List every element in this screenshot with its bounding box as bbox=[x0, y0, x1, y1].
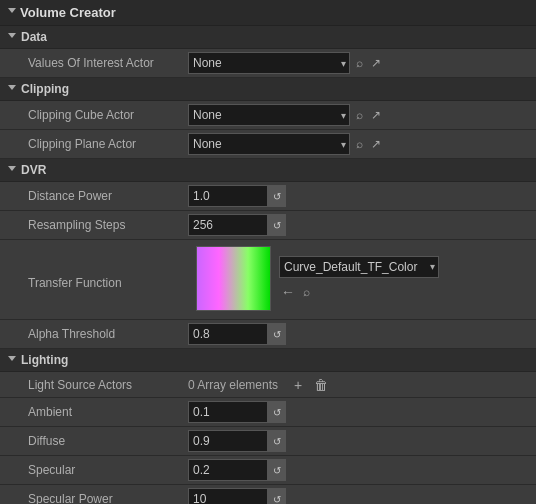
section-dvr-label: DVR bbox=[21, 163, 46, 177]
resampling-steps-reset-btn[interactable]: ↺ bbox=[268, 214, 286, 236]
row-light-source-actors: Light Source Actors 0 Array elements + 🗑 bbox=[0, 372, 536, 398]
resampling-steps-input-group: ↺ bbox=[188, 214, 286, 236]
specular-input-group: ↺ bbox=[188, 459, 286, 481]
values-of-interest-dropdown-wrapper: None ▾ bbox=[188, 52, 350, 74]
transfer-function-label: Transfer Function bbox=[28, 246, 188, 290]
clipping-cube-dropdown[interactable]: None bbox=[188, 104, 350, 126]
alpha-threshold-content: ↺ bbox=[188, 323, 528, 345]
row-resampling-steps: Resampling Steps ↺ bbox=[0, 211, 536, 240]
clipping-plane-content: None ▾ ⌕ ↗ bbox=[188, 133, 528, 155]
section-data-triangle bbox=[8, 33, 16, 42]
section-dvr-triangle bbox=[8, 166, 16, 175]
specular-power-reset-btn[interactable]: ↺ bbox=[268, 488, 286, 504]
clipping-cube-dropdown-wrapper: None ▾ bbox=[188, 104, 350, 126]
transfer-function-back-btn[interactable]: ← bbox=[279, 282, 297, 302]
specular-label: Specular bbox=[28, 463, 188, 477]
ambient-content: ↺ bbox=[188, 401, 528, 423]
ambient-input-group: ↺ bbox=[188, 401, 286, 423]
clipping-plane-dropdown-wrapper: None ▾ bbox=[188, 133, 350, 155]
light-source-actors-label: Light Source Actors bbox=[28, 378, 188, 392]
ambient-label: Ambient bbox=[28, 405, 188, 419]
values-of-interest-content: None ▾ ⌕ ↗ bbox=[188, 52, 528, 74]
row-specular-power: Specular Power ↺ bbox=[0, 485, 536, 504]
panel-title: Volume Creator bbox=[20, 5, 116, 20]
transfer-function-icon-row: ← ⌕ bbox=[279, 282, 439, 302]
clipping-plane-arrow-btn[interactable]: ↗ bbox=[369, 135, 383, 153]
panel-header: Volume Creator bbox=[0, 0, 536, 26]
ambient-reset-btn[interactable]: ↺ bbox=[268, 401, 286, 423]
section-clipping-triangle bbox=[8, 85, 16, 94]
light-source-actors-content: 0 Array elements + 🗑 bbox=[188, 376, 528, 394]
transfer-function-dropdown-wrapper: Curve_Default_TF_Color ▾ bbox=[279, 256, 439, 278]
clipping-cube-label: Clipping Cube Actor bbox=[28, 108, 188, 122]
row-alpha-threshold: Alpha Threshold ↺ bbox=[0, 320, 536, 349]
section-clipping[interactable]: Clipping bbox=[0, 78, 536, 101]
specular-power-input-group: ↺ bbox=[188, 488, 286, 504]
row-distance-power: Distance Power ↺ bbox=[0, 182, 536, 211]
distance-power-reset-btn[interactable]: ↺ bbox=[268, 185, 286, 207]
ambient-input[interactable] bbox=[188, 401, 268, 423]
section-data[interactable]: Data bbox=[0, 26, 536, 49]
specular-power-input[interactable] bbox=[188, 488, 268, 504]
transfer-function-content: Curve_Default_TF_Color ▾ ← ⌕ bbox=[196, 246, 439, 311]
row-specular: Specular ↺ bbox=[0, 456, 536, 485]
diffuse-content: ↺ bbox=[188, 430, 528, 452]
transfer-function-dropdown[interactable]: Curve_Default_TF_Color bbox=[279, 256, 439, 278]
values-of-interest-arrow-btn[interactable]: ↗ bbox=[369, 54, 383, 72]
distance-power-input[interactable] bbox=[188, 185, 268, 207]
section-lighting[interactable]: Lighting bbox=[0, 349, 536, 372]
clipping-plane-search-btn[interactable]: ⌕ bbox=[354, 135, 365, 153]
resampling-steps-input[interactable] bbox=[188, 214, 268, 236]
section-clipping-label: Clipping bbox=[21, 82, 69, 96]
distance-power-label: Distance Power bbox=[28, 189, 188, 203]
specular-input[interactable] bbox=[188, 459, 268, 481]
distance-power-content: ↺ bbox=[188, 185, 528, 207]
row-diffuse: Diffuse ↺ bbox=[0, 427, 536, 456]
diffuse-reset-btn[interactable]: ↺ bbox=[268, 430, 286, 452]
row-clipping-cube: Clipping Cube Actor None ▾ ⌕ ↗ bbox=[0, 101, 536, 130]
resampling-steps-content: ↺ bbox=[188, 214, 528, 236]
clipping-cube-search-btn[interactable]: ⌕ bbox=[354, 106, 365, 124]
values-of-interest-label: Values Of Interest Actor bbox=[28, 56, 188, 70]
distance-power-input-group: ↺ bbox=[188, 185, 286, 207]
section-dvr[interactable]: DVR bbox=[0, 159, 536, 182]
panel-collapse-icon[interactable] bbox=[8, 8, 16, 17]
specular-power-label: Specular Power bbox=[28, 492, 188, 504]
row-values-of-interest: Values Of Interest Actor None ▾ ⌕ ↗ bbox=[0, 49, 536, 78]
light-source-array-count: 0 Array elements bbox=[188, 378, 278, 392]
transfer-function-gradient[interactable] bbox=[196, 246, 271, 311]
alpha-threshold-input[interactable] bbox=[188, 323, 268, 345]
diffuse-input-group: ↺ bbox=[188, 430, 286, 452]
values-of-interest-search-btn[interactable]: ⌕ bbox=[354, 54, 365, 72]
specular-reset-btn[interactable]: ↺ bbox=[268, 459, 286, 481]
diffuse-input[interactable] bbox=[188, 430, 268, 452]
row-ambient: Ambient ↺ bbox=[0, 398, 536, 427]
volume-creator-panel: Volume Creator Data Values Of Interest A… bbox=[0, 0, 536, 504]
alpha-threshold-label: Alpha Threshold bbox=[28, 327, 188, 341]
clipping-plane-label: Clipping Plane Actor bbox=[28, 137, 188, 151]
specular-content: ↺ bbox=[188, 459, 528, 481]
transfer-function-controls: Curve_Default_TF_Color ▾ ← ⌕ bbox=[279, 256, 439, 302]
section-lighting-label: Lighting bbox=[21, 353, 68, 367]
alpha-threshold-reset-btn[interactable]: ↺ bbox=[268, 323, 286, 345]
row-transfer-function: Transfer Function Curve_Default_TF_Color… bbox=[0, 240, 536, 320]
section-lighting-triangle bbox=[8, 356, 16, 365]
row-clipping-plane: Clipping Plane Actor None ▾ ⌕ ↗ bbox=[0, 130, 536, 159]
light-source-add-btn[interactable]: + bbox=[290, 376, 306, 394]
clipping-plane-dropdown[interactable]: None bbox=[188, 133, 350, 155]
transfer-function-top: Curve_Default_TF_Color ▾ ← ⌕ bbox=[196, 246, 439, 311]
light-source-delete-btn[interactable]: 🗑 bbox=[310, 376, 332, 394]
clipping-cube-content: None ▾ ⌕ ↗ bbox=[188, 104, 528, 126]
resampling-steps-label: Resampling Steps bbox=[28, 218, 188, 232]
values-of-interest-dropdown[interactable]: None bbox=[188, 52, 350, 74]
clipping-cube-arrow-btn[interactable]: ↗ bbox=[369, 106, 383, 124]
diffuse-label: Diffuse bbox=[28, 434, 188, 448]
alpha-threshold-input-group: ↺ bbox=[188, 323, 286, 345]
transfer-function-search-btn[interactable]: ⌕ bbox=[301, 283, 312, 301]
section-data-label: Data bbox=[21, 30, 47, 44]
specular-power-content: ↺ bbox=[188, 488, 528, 504]
